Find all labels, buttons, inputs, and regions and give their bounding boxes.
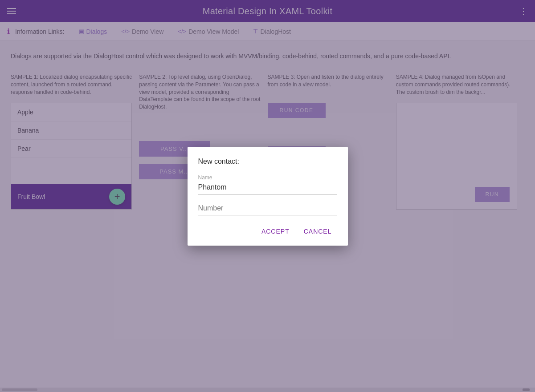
name-input[interactable] (198, 182, 337, 192)
number-field (198, 203, 337, 215)
number-input[interactable] (198, 203, 337, 213)
name-label: Name (198, 174, 337, 181)
name-field: Name (198, 174, 337, 194)
cancel-button[interactable]: CANCEL (298, 224, 337, 238)
modal-overlay: New contact: Name ACCEPT CANCEL (0, 0, 535, 392)
accept-button[interactable]: ACCEPT (256, 224, 295, 238)
dialog-actions: ACCEPT CANCEL (198, 224, 337, 238)
dialog-title: New contact: (198, 158, 337, 166)
new-contact-dialog: New contact: Name ACCEPT CANCEL (188, 147, 348, 246)
